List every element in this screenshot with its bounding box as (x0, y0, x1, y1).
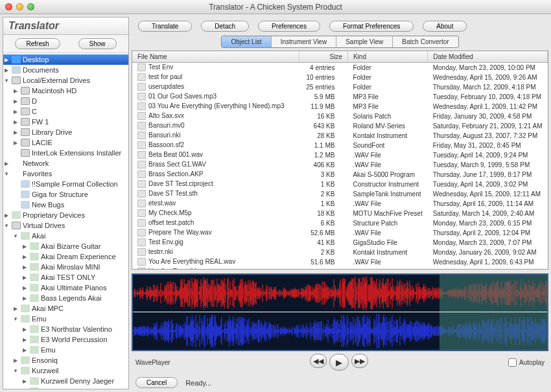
tree-item[interactable]: ▶E3 Northstar Valentino (3, 324, 128, 334)
tree-item[interactable]: ▶Macintosh HD (3, 86, 128, 96)
tree-item[interactable]: ▶FW 1 (3, 117, 128, 127)
tree-item[interactable]: ▼Virtual Drives (3, 220, 128, 231)
disclosure-icon[interactable]: ▶ (3, 57, 10, 63)
disclosure-icon[interactable]: ▶ (21, 337, 28, 343)
disclosure-icon[interactable]: ▶ (3, 213, 10, 218)
col-date[interactable]: Date Modified (428, 51, 548, 63)
tree-item[interactable]: ▶Akai Bizarre Guitar (3, 241, 128, 251)
table-row[interactable]: Bassoon.sf21.1 MBSoundFontFriday, May 31… (132, 141, 548, 150)
tree-item[interactable]: InterLok Extensions Installer (3, 148, 128, 158)
col-size[interactable]: Size (299, 51, 348, 63)
disclosure-icon[interactable]: ▶ (21, 244, 28, 249)
table-row[interactable]: Brass Section.AKP3 KBAkai S-5000 Program… (132, 170, 548, 179)
table-row[interactable]: You Are Everything REAL.wav51.6 MB.WAV F… (132, 257, 548, 267)
table-row[interactable]: My Check.M5p18 KBMOTU MachFive PresetSat… (132, 209, 548, 218)
translate-button[interactable]: Translate (138, 21, 192, 32)
tree-item[interactable]: ▶Kurzweil Psychic Horns (3, 386, 128, 389)
autoplay-input[interactable] (508, 358, 517, 367)
forward-button[interactable]: ▶▶ (351, 354, 368, 368)
preferences-button[interactable]: Preferences (258, 21, 320, 32)
disclosure-icon[interactable]: ▶ (21, 275, 28, 281)
disclosure-icon[interactable]: ▶ (12, 358, 19, 363)
file-list-pane[interactable]: File Name Size Kind Date Modified Test E… (132, 51, 548, 270)
tree-item[interactable]: ▶Akai Miroslav MINI (3, 262, 128, 272)
col-name[interactable]: File Name (132, 51, 299, 63)
play-button[interactable]: ▶ (329, 354, 349, 371)
table-row[interactable]: Dave ST Test.sth2 KBSampleTank Instrumen… (132, 189, 548, 199)
source-tree[interactable]: ▶Desktop▶Documents▼Local/External Drives… (3, 53, 128, 389)
disclosure-icon[interactable]: ▶ (12, 306, 19, 312)
table-row[interactable]: etest.wav1 KB.WAV FileThursday, April 16… (132, 199, 548, 209)
tree-item[interactable]: ▶Ensoniq (3, 355, 128, 365)
disclosure-icon[interactable]: ▶ (12, 140, 19, 146)
table-row[interactable]: 03 You Are Everything (Everything I Need… (132, 102, 548, 111)
table-row[interactable]: test for paul10 entriesFolderWednesday, … (132, 73, 548, 82)
table-row[interactable]: Test Env4 entriesFolderMonday, March 23,… (132, 63, 548, 73)
cancel-button[interactable]: Cancel (135, 377, 178, 388)
tree-item[interactable]: ▶E3 World Percussion (3, 334, 128, 345)
tree-item[interactable]: ▶C (3, 106, 128, 117)
tab-instrument-view[interactable]: Instrument View (272, 36, 337, 47)
disclosure-icon[interactable]: ▶ (21, 254, 28, 260)
tree-item[interactable]: ▶Akai Dream Experience (3, 251, 128, 262)
detach-button[interactable]: Detach (201, 21, 249, 32)
rewind-button[interactable]: ◀◀ (310, 354, 327, 368)
table-row[interactable]: testrr.nki2 KBKontakt InstrumentMonday, … (132, 248, 548, 257)
tab-batch-convertor[interactable]: Batch Convertor (393, 36, 458, 47)
tree-item[interactable]: ▶Desktop (3, 54, 128, 65)
tree-item[interactable]: New Bugs (3, 200, 128, 210)
tree-item[interactable]: ▶Proprietary Devices (3, 210, 128, 220)
about-button[interactable]: About (423, 21, 467, 32)
tree-item[interactable]: ▶Akai TEST ONLY (3, 272, 128, 282)
refresh-button[interactable]: Refresh (15, 38, 60, 49)
disclosure-icon[interactable]: ▶ (21, 295, 28, 301)
tree-item[interactable]: ▶Kurzweil Denny Jaeger (3, 376, 128, 386)
table-row[interactable]: You Are Everything.wav39.5 MB.WAV FileWe… (132, 267, 548, 270)
disclosure-icon[interactable]: ▶ (21, 285, 28, 291)
table-row[interactable]: Prepare The Way.wav52.6 MB.WAV FileThurs… (132, 228, 548, 238)
tree-item[interactable]: ▼Local/External Drives (3, 75, 128, 86)
disclosure-icon[interactable]: ▶ (12, 109, 19, 115)
table-row[interactable]: userupdates25 entriesFolderThursday, Mar… (132, 82, 548, 92)
autoplay-checkbox[interactable]: Autoplay (508, 358, 545, 367)
tree-item[interactable]: ▶Network (3, 158, 128, 168)
table-row[interactable]: Beta Beat 001.wav1.2 MB.WAV FileTuesday,… (132, 150, 548, 160)
disclosure-icon[interactable]: ▶ (3, 161, 10, 167)
col-kind[interactable]: Kind (347, 51, 427, 63)
disclosure-icon[interactable]: ▶ (12, 130, 19, 135)
disclosure-icon[interactable]: ▶ (21, 327, 28, 332)
tree-item[interactable]: ▼Favorites (3, 168, 128, 179)
disclosure-icon[interactable]: ▶ (12, 119, 19, 125)
table-row[interactable]: 01 Our God Saves.mp35.9 MBMP3 FileTuesda… (132, 92, 548, 102)
tree-item[interactable]: Giga for Structure (3, 189, 128, 200)
table-row[interactable]: Bansuri.nki28 KBKontakt InstrumentThursd… (132, 131, 548, 141)
disclosure-icon[interactable]: ▶ (3, 67, 10, 73)
tree-item[interactable]: ▶Emu (3, 345, 128, 355)
minimize-icon[interactable] (16, 3, 23, 10)
disclosure-icon[interactable]: ▶ (21, 389, 28, 389)
tree-item[interactable]: ▶Documents (3, 65, 128, 75)
disclosure-icon[interactable]: ▶ (12, 88, 19, 94)
disclosure-icon[interactable]: ▼ (12, 316, 19, 322)
table-row[interactable]: Bansuri.mv0643 KBRoland MV-SeriesSaturda… (132, 121, 548, 131)
tree-item[interactable]: ▶Bass Legends Akai (3, 293, 128, 303)
close-icon[interactable] (5, 3, 12, 10)
table-row[interactable]: Dave ST Test.ciproject1 KBConstructor In… (132, 179, 548, 189)
disclosure-icon[interactable]: ▼ (3, 223, 10, 229)
disclosure-icon[interactable]: ▼ (3, 78, 10, 84)
table-row[interactable]: Test Env.gig41 KBGigaStudio FileMonday, … (132, 238, 548, 248)
disclosure-icon[interactable]: ▼ (12, 233, 19, 239)
disclosure-icon[interactable]: ▶ (12, 98, 19, 104)
disclosure-icon[interactable]: ▼ (3, 171, 10, 177)
tree-item[interactable]: ▶Library Drive (3, 127, 128, 137)
tree-item[interactable]: ▶Akai MPC (3, 303, 128, 314)
maximize-icon[interactable] (27, 3, 34, 10)
table-row[interactable]: Brass Sect G1.WAV406 KB.WAV FileTuesday,… (132, 160, 548, 170)
disclosure-icon[interactable]: ▶ (21, 347, 28, 353)
tab-object-list[interactable]: Object List (222, 36, 271, 47)
view-tabs[interactable]: Object ListInstrument ViewSample ViewBat… (221, 36, 458, 48)
tree-item[interactable]: ▼Emu (3, 314, 128, 324)
table-row[interactable]: Alto Sax.svx16 KBSolaris PatchFriday, Ja… (132, 111, 548, 121)
tree-item[interactable]: ▼Kurzweil (3, 365, 128, 376)
disclosure-icon[interactable]: ▼ (12, 368, 19, 374)
